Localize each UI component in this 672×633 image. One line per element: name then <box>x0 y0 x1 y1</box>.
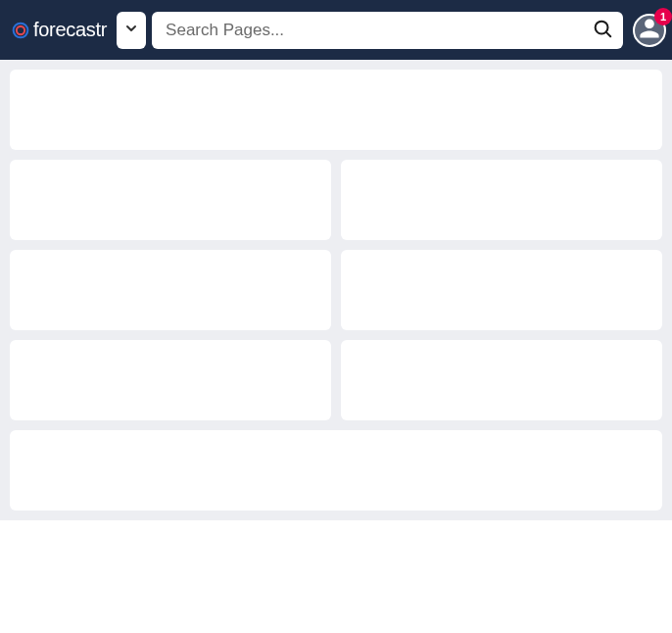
skeleton-card <box>10 250 331 330</box>
skeleton-card <box>10 160 331 240</box>
skeleton-card <box>10 340 331 420</box>
app-header: forecastr 1 <box>0 0 672 60</box>
skeleton-card <box>341 340 662 420</box>
skeleton-row <box>10 250 662 330</box>
skeleton-row <box>10 340 662 420</box>
brand-logo-mark <box>10 20 31 41</box>
svg-point-1 <box>17 25 24 33</box>
brand-logo-text: forecastr <box>33 19 107 41</box>
skeleton-row <box>10 160 662 240</box>
brand-logo[interactable]: forecastr <box>10 19 111 41</box>
svg-line-3 <box>606 31 610 35</box>
search-container <box>152 12 623 49</box>
nav-dropdown-button[interactable] <box>117 12 146 49</box>
skeleton-card <box>341 160 662 240</box>
skeleton-card <box>10 430 662 511</box>
main-content <box>0 60 672 520</box>
search-icon[interactable] <box>592 18 613 43</box>
user-menu[interactable]: 1 <box>633 14 666 47</box>
notification-badge: 1 <box>654 8 672 25</box>
search-input[interactable] <box>166 21 592 40</box>
skeleton-card <box>10 70 662 150</box>
skeleton-card <box>341 250 662 330</box>
chevron-down-icon <box>123 21 139 40</box>
